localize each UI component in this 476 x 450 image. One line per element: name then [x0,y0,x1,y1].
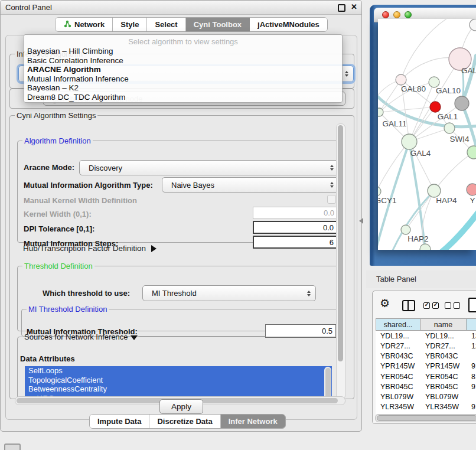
network-canvas[interactable]: GALGAL80GAL10GAL1GAL11GAL4SWI4GCY1HAP4YH… [378,19,476,250]
tab-label: Impute Data [97,417,141,426]
mi-algorithm-type-select[interactable]: Naive Bayes [162,177,339,193]
table-row[interactable]: YDL19...YDL19...13 [376,331,476,341]
tab-discretize-data[interactable]: Discretize Data [149,415,220,428]
close-icon[interactable]: ✕ [351,2,357,11]
dropdown-item[interactable]: Bayesian – K2 [24,83,342,93]
scrollbar-thumb[interactable] [338,125,343,361]
network-svg: GALGAL80GAL10GAL1GAL11GAL4SWI4GCY1HAP4YH… [378,19,476,250]
minimize-traffic-light[interactable] [393,11,400,18]
table-cell: YBL079W [376,392,420,402]
tab-jactivemnodules[interactable]: jActiveMNodules [250,18,327,31]
tab-label: Network [74,20,105,29]
group-title: Threshold Definition [22,262,94,270]
network-node[interactable] [420,244,431,250]
table-row[interactable]: YER054CYER054C8. [376,371,476,381]
aracne-mode-value: Discovery [89,164,122,172]
column-header[interactable]: shared... [376,318,420,331]
scrollbar-thumb[interactable] [377,415,476,421]
attribute-item[interactable]: TopologicalCoefficient [25,376,332,385]
scrollbar-thumb[interactable] [325,368,331,399]
table-cell: YPR145W [376,361,420,371]
mi-steps-field[interactable]: 6 [253,236,338,249]
network-node[interactable] [430,102,441,112]
desktop: Control Panel ✕ Network Style Select Cyn… [0,0,476,450]
attribute-item[interactable]: BetweennessCentrality [25,384,332,394]
table-cell [467,392,476,402]
panel-splitter-arrow-icon[interactable] [359,218,363,224]
panel-title: Control Panel [5,3,52,12]
table-row[interactable]: YBR045CYBR045C9. [376,381,476,392]
dropdown-item[interactable]: Bayesian – Hill Climbing [24,47,342,56]
table-panel: ⚙ shared...name YDL19...YDL19...13YDR27.… [372,291,476,424]
manual-kernel-width-checkbox[interactable] [327,195,336,204]
import-table-icon[interactable] [468,298,476,312]
float-window-icon[interactable] [338,4,345,12]
network-node[interactable] [401,225,410,234]
minimized-panel-icon[interactable] [4,444,21,450]
table-cell: YER054C [376,371,420,381]
columns-icon[interactable] [402,300,415,311]
network-edge [406,191,434,230]
tab-label: Infer Network [229,417,278,426]
dropdown-placeholder: Select algorithm to view settings [24,37,342,47]
kernel-width-field[interactable]: 0.0 [253,207,338,219]
table-row[interactable]: YDR27...YDR27...12 [376,341,476,351]
column-header[interactable] [467,318,476,331]
table-row[interactable]: YBR043CYBR043C [376,351,476,361]
settings-vertical-scrollbar[interactable] [336,123,345,400]
cyni-bottom-tabbar: Impute Data Discretize Data Infer Networ… [89,414,286,429]
table-row[interactable]: YBL079WYBL079W [376,392,476,402]
network-node[interactable] [396,74,406,85]
network-node[interactable] [455,96,469,110]
aracne-mode-label: Aracne Mode: [24,163,74,172]
select-all-checkboxes-icon[interactable] [423,302,439,309]
tab-cyni-toolbox[interactable]: Cyni Toolbox [186,18,250,31]
deselect-all-checkboxes-icon[interactable] [445,302,460,309]
dropdown-item-selected[interactable]: ARACNE Algorithm [24,65,342,74]
tab-network[interactable]: Network [56,18,113,31]
dropdown-item[interactable]: Mutual Information Inference [24,74,342,84]
network-icon [63,20,71,30]
group-title: MI Threshold Definition [27,305,109,314]
column-header[interactable]: name [420,318,467,331]
algorithm-definition-group: Algorithm Definition Aracne Mode: Discov… [17,136,342,243]
table-cell: YDR27... [420,341,467,351]
network-node[interactable] [467,184,476,195]
table-horizontal-scrollbar[interactable] [375,414,476,422]
hub-label: Hub/Transcription Factor Definition [23,244,146,253]
network-node[interactable] [444,123,455,133]
network-edge [379,107,435,112]
dpi-tolerance-field[interactable]: 0.0 [253,221,338,234]
tab-style[interactable]: Style [113,18,147,31]
algorithm-dropdown-popup: Select algorithm to view settings Bayesi… [24,34,343,103]
attribute-item[interactable]: SelfLoops [25,366,332,376]
gear-icon[interactable]: ⚙ [380,298,390,309]
sources-group: Sources for Network Inference Data Attri… [17,332,342,405]
aracne-mode-select[interactable]: Discovery [79,160,339,175]
network-node[interactable] [470,19,476,31]
network-node[interactable] [378,108,383,116]
collapse-arrow-icon[interactable] [131,335,138,340]
dropdown-item[interactable]: Dream8 DC_TDC Algorithm [24,93,342,102]
table-row[interactable]: YPR145WYPR145W9. [376,361,476,371]
network-node[interactable] [402,134,417,149]
table-cell: YBR045C [376,381,420,392]
network-node[interactable] [378,187,381,196]
table-cell: YBR045C [420,381,467,392]
tab-impute-data[interactable]: Impute Data [90,415,149,428]
tab-infer-network[interactable]: Infer Network [221,415,285,428]
apply-button[interactable]: Apply [159,399,203,414]
dropdown-item[interactable]: Basic Correlation Inference [24,56,342,66]
close-traffic-light[interactable] [382,11,389,18]
zoom-traffic-light[interactable] [405,11,412,18]
network-node-label: GCY1 [378,196,396,205]
tab-select[interactable]: Select [147,18,185,31]
control-panel-titlebar[interactable]: Control Panel ✕ [1,1,361,15]
which-threshold-select[interactable]: MI Threshold [142,285,316,301]
dpi-tolerance-label: DPI Tolerance [0,1]: [24,224,94,233]
network-node[interactable] [428,184,441,197]
network-node[interactable] [467,146,476,159]
hub-transcription-factor-expander[interactable]: Hub/Transcription Factor Definition [23,244,157,253]
network-edge [440,211,476,250]
table-row[interactable]: YLR345WYLR345W9. [376,402,476,412]
